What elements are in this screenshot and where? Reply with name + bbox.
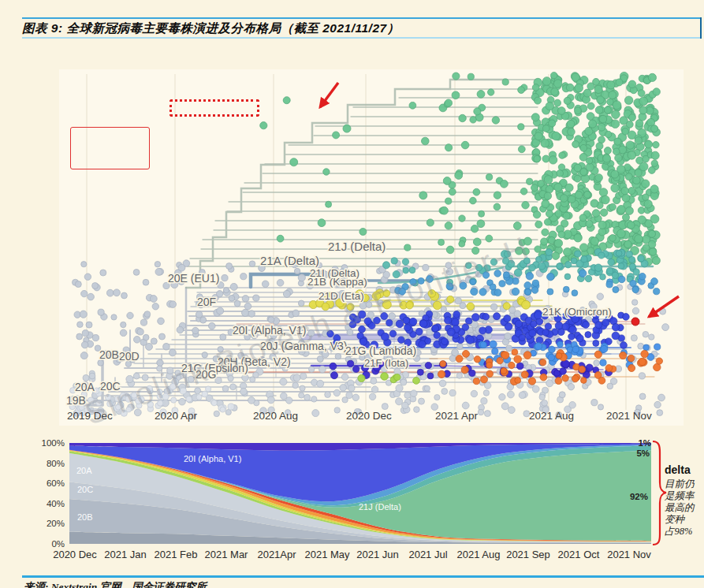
gray-mid-dot (527, 348, 534, 355)
gray-mid-dot (179, 322, 185, 329)
delta-21j-dense-dot (577, 200, 584, 207)
delta-21j-dense-dot (561, 220, 568, 227)
delta-21j-dense-dot (616, 221, 623, 229)
alpha-dot (557, 329, 564, 336)
delta-21i-dot (609, 268, 616, 274)
gray-mid-dot (277, 280, 284, 287)
delta-21j-dense-dot (583, 148, 592, 157)
stream-y-tick-label: 40% (47, 499, 65, 508)
stream-inner-label: 20A (76, 466, 92, 475)
gray-mid-dot (457, 344, 464, 350)
delta-share-brace (653, 441, 666, 545)
delta-21j-scatter-dot (523, 237, 531, 245)
alpha-dot (612, 332, 620, 340)
delta-21j-dense-dot (612, 235, 620, 243)
alpha-dot (568, 323, 575, 331)
gray-mid-dot (146, 294, 153, 301)
delta-21i-dot (612, 272, 618, 278)
gray-low-dot (118, 396, 125, 402)
delta-21j-dense-dot (607, 81, 615, 89)
gray-mid-dot (509, 311, 516, 318)
gray-mid-dot (328, 303, 333, 308)
gray-mid-dot (217, 307, 224, 314)
gray-mid-dot (94, 284, 101, 291)
beta-violet-dot (540, 369, 547, 376)
gray-mid-dot (377, 268, 382, 274)
gray-low-dot (356, 409, 362, 415)
gray-low-dot (117, 402, 124, 408)
gray-mid-dot (460, 280, 467, 287)
pale-low-left-dot (186, 396, 192, 403)
gray-right-dot (658, 394, 665, 401)
delta-21j-dense-dot (535, 193, 542, 200)
delta-21i-dot (589, 269, 595, 275)
gray-mid-dot (479, 317, 484, 322)
delta-21j-dense-dot (623, 214, 630, 221)
alpha-dot (527, 336, 535, 344)
alpha-dot (382, 333, 389, 341)
alpha-dot (568, 317, 576, 325)
gray-low-dot (530, 364, 536, 370)
gray-low-dot (312, 410, 319, 417)
delta-21j-dense-dot (609, 99, 616, 106)
stream-x-tick-label: 2021 Mar (205, 549, 249, 560)
delta-21j-dense-dot (614, 138, 621, 145)
gray-mid-dot (475, 327, 482, 333)
gray-mid-dot (347, 349, 354, 356)
gray-mid-dot (509, 307, 516, 313)
delta-21i-dot (638, 255, 644, 262)
gray-right-dot (568, 384, 574, 390)
gray-mid-dot (505, 333, 512, 340)
delta-21j-dense-dot (648, 73, 656, 81)
delta-21a-scatter-dot (402, 284, 409, 291)
legend-label: 19A (196, 119, 214, 131)
delta-21i-dot (618, 251, 626, 259)
alpha-dot (576, 335, 583, 342)
delta-21j-dense-dot (643, 194, 649, 200)
delta-21j-dense-dot (628, 151, 636, 160)
delta-21j-dense-dot (613, 101, 621, 110)
delta-21i-dot (514, 269, 522, 277)
delta-21j-dense-dot (633, 233, 641, 241)
delta-21j-scatter-dot (486, 235, 493, 242)
beta-violet-dot (605, 369, 613, 376)
gamma-blue-dot (565, 344, 572, 350)
gray-mid-dot (542, 260, 549, 266)
gray-mid-dot (84, 337, 89, 343)
gray-mid-dot (120, 329, 127, 337)
gray-mid-dot (544, 318, 549, 324)
gray-mid-dot (117, 356, 123, 363)
gray-mid-dot (445, 333, 451, 339)
delta-note-line: 变种 (665, 514, 686, 525)
lambda-mu-orange-dot (579, 366, 586, 373)
delta-21j-dense-dot (592, 156, 599, 163)
gray-mid-dot (507, 273, 513, 279)
delta-21j-dense-dot (580, 244, 588, 251)
gamma-blue-dot (492, 348, 498, 355)
delta-21j-dense-dot (595, 174, 603, 182)
delta-21j-dense-dot (604, 80, 612, 88)
delta-21j-dense-dot (562, 84, 569, 91)
delta-21j-dense-dot (548, 80, 556, 88)
delta-21j-dense-dot (607, 204, 614, 211)
delta-21j-dense-dot (565, 125, 573, 133)
gamma-blue-dot (643, 344, 650, 351)
delta-21j-dense-dot (579, 154, 587, 162)
delta-21j-dense-dot (533, 149, 540, 156)
delta-21j-dense-dot (542, 251, 549, 258)
delta-21i-dot (517, 262, 524, 270)
delta-21j-scatter-dot (501, 180, 508, 188)
delta-21j-dense-dot (560, 204, 568, 213)
stream-x-tick-label: 2021 Feb (155, 549, 198, 560)
beta-violet-dot (362, 365, 369, 372)
eta-yellow-dot (517, 296, 526, 305)
delta-21j-feeder-dot (323, 169, 330, 175)
delta-21j-dense-dot (571, 200, 579, 208)
legend-label: 21B (Kappa) (94, 181, 151, 193)
gray-mid-dot (384, 338, 391, 345)
delta-21j-scatter-dot (520, 188, 527, 195)
delta-21a-dot (526, 273, 533, 280)
delta-21j-dense-dot (571, 73, 579, 80)
gray-low-dot (293, 374, 300, 381)
delta-21j-dense-dot (561, 151, 567, 158)
